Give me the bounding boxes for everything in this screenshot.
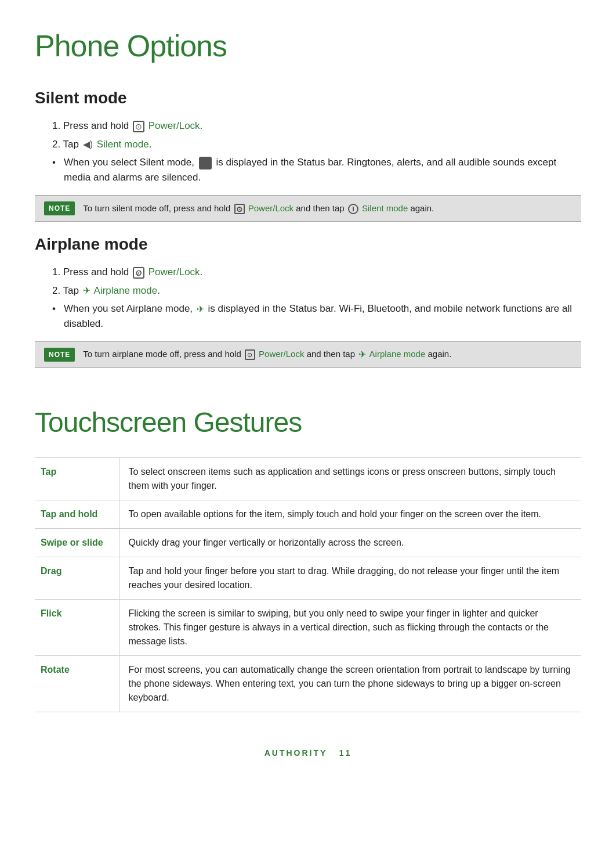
silent-icon-note [348, 204, 358, 214]
silent-mode-title: Silent mode [35, 86, 581, 110]
gesture-name-cell: Flick [35, 600, 119, 656]
silent-mode-link-2: Silent mode [362, 203, 408, 213]
power-lock-icon-1 [133, 121, 144, 132]
airplane-mode-note: NOTE To turn airplane mode off, press an… [35, 341, 581, 368]
table-row: FlickFlicking the screen is similar to s… [35, 600, 581, 656]
silent-mode-step1: 1. Press and hold Power/Lock. [52, 118, 581, 134]
airplane-mode-note-text: To turn airplane mode off, press and hol… [83, 348, 451, 362]
sound-icon-1: ◀) [83, 138, 93, 152]
gesture-name-cell: Tap [35, 458, 119, 500]
gesture-desc-cell: Tap and hold your finger before you star… [119, 557, 581, 600]
power-lock-link-2: Power/Lock [248, 203, 293, 213]
touchscreen-gestures-title: Touchscreen Gestures [35, 402, 581, 443]
power-lock-link-3: Power/Lock [148, 266, 200, 277]
gesture-desc-cell: Flicking the screen is similar to swipin… [119, 600, 581, 656]
power-lock-link-1: Power/Lock [148, 120, 200, 131]
table-row: DragTap and hold your finger before you … [35, 557, 581, 600]
gesture-desc-cell: To open available options for the item, … [119, 500, 581, 529]
gestures-table: TapTo select onscreen items such as appl… [35, 457, 581, 712]
note-badge-1: NOTE [44, 201, 75, 215]
page-title: Phone Options [35, 23, 581, 68]
footer: AUTHORITY 11 [35, 747, 581, 759]
table-row: TapTo select onscreen items such as appl… [35, 458, 581, 500]
gesture-desc-cell: Quickly drag your finger vertically or h… [119, 529, 581, 557]
airplane-mode-link-2: Airplane mode [369, 349, 426, 359]
airplane-mode-title: Airplane mode [35, 232, 581, 257]
airplane-icon-2: ✈ [197, 302, 204, 316]
table-row: Tap and holdTo open available options fo… [35, 500, 581, 529]
airplane-mode-step1: 1. Press and hold ⊙ Power/Lock. [52, 265, 581, 280]
gesture-desc-cell: To select onscreen items such as applica… [119, 458, 581, 500]
airplane-icon-1: ✈ [83, 284, 90, 298]
power-lock-icon-2: ⊙ [234, 204, 245, 214]
gesture-name-cell: Swipe or slide [35, 529, 119, 557]
gesture-name-cell: Drag [35, 557, 119, 600]
airplane-icon-note: ✈ [358, 348, 366, 362]
silent-mode-step2: 2. Tap ◀) Silent mode. [52, 137, 581, 152]
airplane-mode-step2: 2. Tap ✈ Airplane mode. [52, 283, 581, 298]
silent-mode-note: NOTE To turn silent mode off, press and … [35, 195, 581, 222]
silent-mode-bullet: When you select Silent mode, is displaye… [52, 155, 581, 185]
silent-mode-note-text: To turn silent mode off, press and hold … [83, 202, 434, 215]
power-lock-icon-3: ⊙ [133, 267, 144, 279]
airplane-mode-link-1: Airplane mode [94, 285, 158, 296]
footer-page: 11 [339, 748, 352, 758]
silent-mode-link-1: Silent mode [97, 139, 149, 150]
footer-brand: AUTHORITY [264, 748, 327, 758]
gesture-name-cell: Rotate [35, 656, 119, 712]
gesture-desc-cell: For most screens, you can automatically … [119, 656, 581, 712]
airplane-mode-bullet: When you set Airplane mode, ✈ is display… [52, 301, 581, 331]
table-row: RotateFor most screens, you can automati… [35, 656, 581, 712]
gesture-name-cell: Tap and hold [35, 500, 119, 529]
power-lock-icon-4: ⊙ [245, 349, 255, 360]
table-row: Swipe or slideQuickly drag your finger v… [35, 529, 581, 557]
note-badge-2: NOTE [44, 348, 75, 362]
silent-status-icon [199, 157, 212, 170]
power-lock-link-4: Power/Lock [259, 349, 304, 359]
